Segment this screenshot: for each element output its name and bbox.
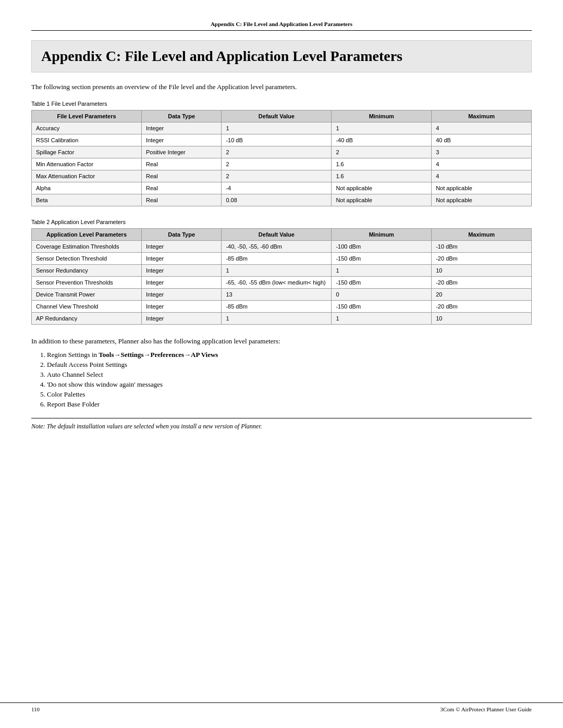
table-cell: 1 <box>332 122 432 134</box>
table-row: Coverage Estimation ThresholdsInteger-40… <box>32 241 532 253</box>
table-cell: Not applicable <box>332 194 432 206</box>
table-cell: Integer <box>141 277 221 289</box>
list-item-6: Report Base Folder <box>47 400 532 409</box>
table-cell: 0 <box>332 289 432 301</box>
col-header-default: Default Value <box>222 110 332 122</box>
table-row: Channel View ThresholdInteger-85 dBm-150… <box>32 301 532 313</box>
col2-header-default: Default Value <box>222 229 332 241</box>
footer-product: 3Com © AirProtect Planner User Guide <box>440 706 532 712</box>
table-cell: 0.08 <box>222 194 332 206</box>
table-cell: 4 <box>432 170 532 182</box>
table-cell: -40, -50, -55, -60 dBm <box>222 241 332 253</box>
table-cell: -10 dB <box>222 134 332 146</box>
additional-intro: In addition to these parameters, Planner… <box>31 337 532 346</box>
table-cell: -150 dBm <box>332 253 432 265</box>
table-cell: -65, -60, -55 dBm (low< medium< high) <box>222 277 332 289</box>
col-header-max: Maximum <box>432 110 532 122</box>
table-cell: Sensor Prevention Thresholds <box>32 277 142 289</box>
table-cell: -20 dBm <box>432 277 532 289</box>
table-cell: 1 <box>222 265 332 277</box>
table-cell: Not applicable <box>332 182 432 194</box>
table-row: Spillage FactorPositive Integer223 <box>32 146 532 158</box>
table-cell: -100 dBm <box>332 241 432 253</box>
table-cell: Integer <box>141 301 221 313</box>
col2-header-param: Application Level Parameters <box>32 229 142 241</box>
table-cell: Integer <box>141 134 221 146</box>
col-header-type: Data Type <box>141 110 221 122</box>
table-cell: -4 <box>222 182 332 194</box>
col2-header-type: Data Type <box>141 229 221 241</box>
table-cell: 2 <box>222 170 332 182</box>
table-cell: Real <box>141 170 221 182</box>
table-cell: Channel View Threshold <box>32 301 142 313</box>
page-title: Appendix C: File Level and Application L… <box>31 40 532 72</box>
list-item-5: Color Palettes <box>47 390 532 399</box>
table-row: AccuracyInteger114 <box>32 122 532 134</box>
table-cell: AP Redundancy <box>32 313 142 325</box>
table-row: BetaReal0.08Not applicableNot applicable <box>32 194 532 206</box>
table-cell: Alpha <box>32 182 142 194</box>
col-header-param: File Level Parameters <box>32 110 142 122</box>
table-cell: Integer <box>141 313 221 325</box>
table-cell: Real <box>141 158 221 170</box>
table-cell: 40 dB <box>432 134 532 146</box>
list-item-4: 'Do not show this window again' messages <box>47 380 532 389</box>
note-text: Note: The default installation values ar… <box>31 418 532 430</box>
table-cell: Not applicable <box>432 182 532 194</box>
table-cell: 20 <box>432 289 532 301</box>
table-cell: Min Attenuation Factor <box>32 158 142 170</box>
table-cell: 13 <box>222 289 332 301</box>
list-item-1: Region Settings in Tools→Settings→Prefer… <box>47 351 532 359</box>
table2-caption: Table 2 Application Level Parameters <box>31 219 532 225</box>
table-cell: -20 dBm <box>432 301 532 313</box>
table-row: Sensor Prevention ThresholdsInteger-65, … <box>32 277 532 289</box>
table-cell: Real <box>141 182 221 194</box>
page-footer: 110 3Com © AirProtect Planner User Guide <box>0 702 563 712</box>
table-cell: -40 dB <box>332 134 432 146</box>
table-cell: Not applicable <box>432 194 532 206</box>
table-row: RSSI CalibrationInteger-10 dB-40 dB40 dB <box>32 134 532 146</box>
table-cell: -85 dBm <box>222 253 332 265</box>
col2-header-min: Minimum <box>332 229 432 241</box>
list-item-3: Auto Channel Select <box>47 371 532 379</box>
table-cell: -150 dBm <box>332 301 432 313</box>
table-cell: 1.6 <box>332 170 432 182</box>
table-row: AlphaReal-4Not applicableNot applicable <box>32 182 532 194</box>
table-cell: 10 <box>432 265 532 277</box>
table-cell: Integer <box>141 122 221 134</box>
table-cell: 2 <box>332 146 432 158</box>
table-cell: 2 <box>222 158 332 170</box>
table1-caption: Table 1 File Level Parameters <box>31 101 532 107</box>
table2-app-level: Application Level Parameters Data Type D… <box>31 228 532 325</box>
table-row: Max Attenuation FactorReal21.64 <box>32 170 532 182</box>
table-cell: 2 <box>222 146 332 158</box>
additional-list: Region Settings in Tools→Settings→Prefer… <box>47 351 532 409</box>
table-cell: Max Attenuation Factor <box>32 170 142 182</box>
table-cell: -150 dBm <box>332 277 432 289</box>
table-cell: -85 dBm <box>222 301 332 313</box>
table-cell: Sensor Detection Threshold <box>32 253 142 265</box>
table-cell: RSSI Calibration <box>32 134 142 146</box>
table-cell: Real <box>141 194 221 206</box>
table-cell: 1 <box>222 122 332 134</box>
page-number: 110 <box>31 706 40 712</box>
table-cell: Integer <box>141 265 221 277</box>
table-row: Sensor Detection ThresholdInteger-85 dBm… <box>32 253 532 265</box>
table-cell: Device Transmit Power <box>32 289 142 301</box>
table-cell: 10 <box>432 313 532 325</box>
table-cell: -10 dBm <box>432 241 532 253</box>
table-cell: Sensor Redundancy <box>32 265 142 277</box>
table1-file-level: File Level Parameters Data Type Default … <box>31 110 532 206</box>
table-cell: 4 <box>432 122 532 134</box>
table-cell: 4 <box>432 158 532 170</box>
bold-text-1: Tools→Settings→Preferences→AP Views <box>99 351 218 359</box>
table-cell: 1 <box>332 313 432 325</box>
table-row: AP RedundancyInteger1110 <box>32 313 532 325</box>
intro-paragraph: The following section presents an overvi… <box>31 83 532 91</box>
header-text: Appendix C: File Level and Application L… <box>211 21 352 27</box>
table-cell: Coverage Estimation Thresholds <box>32 241 142 253</box>
table-cell: Accuracy <box>32 122 142 134</box>
top-header: Appendix C: File Level and Application L… <box>31 21 532 31</box>
table-cell: Beta <box>32 194 142 206</box>
table-row: Min Attenuation FactorReal21.64 <box>32 158 532 170</box>
